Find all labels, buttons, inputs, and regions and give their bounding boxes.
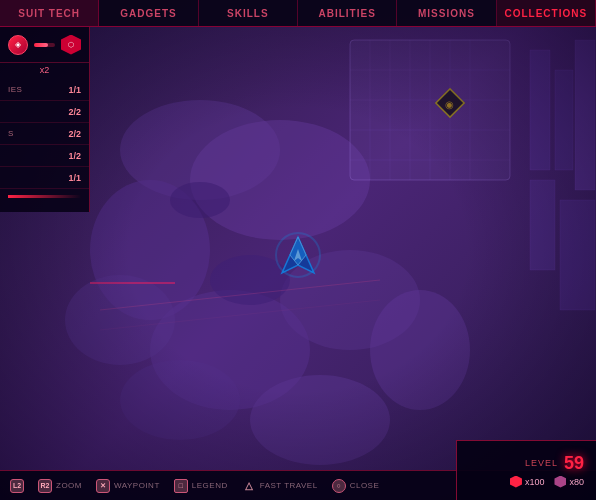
- progress-divider: [8, 195, 81, 198]
- panel-row-value-3: 1/2: [68, 151, 81, 161]
- control-close: ○ CLOSE: [332, 479, 380, 493]
- resource-1: x100: [510, 476, 545, 488]
- nav-suit-tech[interactable]: SUIT TECH: [0, 0, 99, 26]
- panel-row-value-4: 1/1: [68, 173, 81, 183]
- panel-icon: ◈: [8, 35, 28, 55]
- resource-2: x80: [554, 476, 584, 488]
- waypoint-label: WAYPOINT: [114, 481, 160, 490]
- panel-gauge-fill: [34, 43, 48, 47]
- control-r2: R2 ZOOM: [38, 479, 82, 493]
- close-label: CLOSE: [350, 481, 380, 490]
- panel-row-value-0: 1/1: [68, 85, 81, 95]
- nav-skills[interactable]: SKILLS: [199, 0, 298, 26]
- panel-row-4: 1/1: [0, 167, 89, 189]
- svg-rect-24: [575, 40, 595, 190]
- nav-missions[interactable]: MISSIONS: [397, 0, 496, 26]
- svg-rect-23: [555, 70, 573, 170]
- panel-row-value-1: 2/2: [68, 107, 81, 117]
- top-nav: SUIT TECH GADGETS SKILLS ABILITIES MISSI…: [0, 0, 596, 27]
- resource-value-1: x100: [525, 477, 545, 487]
- panel-row-value-2: 2/2: [68, 129, 81, 139]
- panel-row-label-2: S: [8, 129, 14, 138]
- cross-button: ✕: [96, 479, 110, 493]
- resource-icon-2: [554, 476, 566, 488]
- svg-point-8: [65, 275, 175, 365]
- level-number: 59: [564, 454, 584, 472]
- control-l2: L2: [10, 479, 24, 493]
- panel-row-1: 2/2: [0, 101, 89, 123]
- left-panel: ◈ ⬡ x2 IES 1/1 2/2 S 2/2 1/2 1/1: [0, 27, 90, 212]
- level-display: LEVEL 59: [525, 454, 584, 472]
- r2-button: R2: [38, 479, 52, 493]
- svg-point-6: [250, 375, 390, 465]
- panel-multiplier: x2: [0, 63, 89, 79]
- nav-abilities[interactable]: ABILITIES: [298, 0, 397, 26]
- resource-row: x100 x80: [510, 476, 584, 488]
- resource-icon-1: [510, 476, 522, 488]
- svg-rect-25: [530, 180, 555, 270]
- panel-row-3: 1/2: [0, 145, 89, 167]
- nav-gadgets[interactable]: GADGETS: [99, 0, 198, 26]
- circle-button: ○: [332, 479, 346, 493]
- legend-label: LEGEND: [192, 481, 228, 490]
- triangle-button: △: [242, 479, 256, 493]
- bottom-right-hud: LEVEL 59 x100 x80: [456, 440, 596, 500]
- l2-button: L2: [10, 479, 24, 493]
- svg-point-10: [170, 182, 230, 218]
- control-fast-travel: △ FAST TRAVEL: [242, 479, 318, 493]
- svg-point-7: [370, 290, 470, 410]
- svg-rect-26: [560, 200, 595, 310]
- level-label: LEVEL: [525, 458, 558, 468]
- resource-value-2: x80: [569, 477, 584, 487]
- square-button: □: [174, 479, 188, 493]
- control-waypoint: ✕ WAYPOINT: [96, 479, 160, 493]
- control-legend: □ LEGEND: [174, 479, 228, 493]
- svg-point-5: [120, 360, 240, 440]
- panel-header: ◈ ⬡: [0, 27, 89, 63]
- svg-point-2: [190, 120, 370, 240]
- svg-text:◉: ◉: [445, 99, 454, 110]
- panel-gauge: [34, 43, 55, 47]
- r2-label: ZOOM: [56, 481, 82, 490]
- fast-travel-label: FAST TRAVEL: [260, 481, 318, 490]
- panel-row-0: IES 1/1: [0, 79, 89, 101]
- panel-row-2: S 2/2: [0, 123, 89, 145]
- nav-collections[interactable]: COLLECTIONS: [497, 0, 596, 26]
- svg-rect-22: [530, 50, 550, 170]
- panel-hex-icon: ⬡: [61, 35, 81, 55]
- panel-row-label-0: IES: [8, 85, 22, 94]
